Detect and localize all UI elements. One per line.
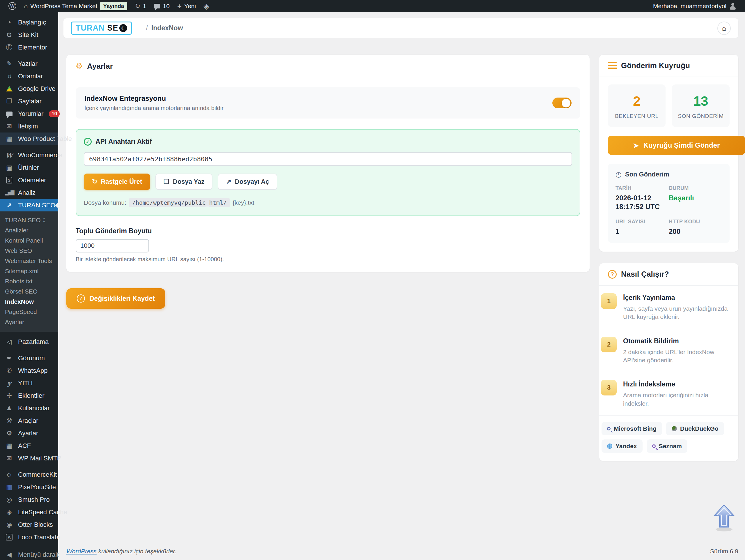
sidebar-item-pazarlama[interactable]: ◁Pazarlama — [0, 336, 58, 348]
account-menu[interactable]: Merhaba, muammerdortyol — [649, 0, 740, 12]
sidebar-item-loco-translate[interactable]: ALoco Translate — [0, 531, 58, 543]
avatar — [729, 2, 737, 10]
comments-menu[interactable]: 10 — [150, 0, 173, 12]
smush-icon: ◎ — [5, 497, 13, 503]
api-key-input[interactable] — [84, 152, 572, 166]
tools-icon: ⚒ — [5, 417, 13, 424]
updates-menu[interactable]: ↻ 1 — [131, 0, 150, 12]
home-button[interactable]: ⌂ — [717, 22, 731, 35]
submenu-turan-seo[interactable]: TURAN SEO ☾ — [0, 215, 58, 225]
turan-seo-logo[interactable]: TURAN SE ☾ — [71, 22, 132, 35]
greeting-text: Merhaba, muammerdortyol — [653, 3, 726, 10]
mail-smtp-icon: ✉ — [5, 455, 13, 462]
submenu-webmaster-tools[interactable]: Webmaster Tools — [0, 256, 58, 266]
comments-icon — [154, 4, 160, 8]
queue-list-icon — [608, 62, 617, 70]
site-menu[interactable]: ⌂ WordPress Tema Market Yayında — [20, 0, 131, 12]
sidebar-item-acf[interactable]: ▦ACF — [0, 439, 58, 452]
sidebar-item-yazilar[interactable]: ✎Yazılar — [0, 57, 58, 70]
sidebar-item-gorunum[interactable]: ✒Görünüm — [0, 352, 58, 364]
scroll-top-arrow[interactable] — [712, 504, 736, 534]
litespeed-menu[interactable]: ◈ — [200, 0, 213, 12]
sidebar-item-araclar[interactable]: ⚒Araçlar — [0, 414, 58, 427]
sidebar-item-ayarlar[interactable]: ⚙Ayarlar — [0, 427, 58, 439]
sidebar-item-eklentiler[interactable]: ✢Eklentiler — [0, 390, 58, 402]
sidebar-item-ortamlar[interactable]: ♫Ortamlar — [0, 70, 58, 83]
wordpress-link[interactable]: WordPress — [66, 548, 97, 555]
sidebar-item-litespeed-cache[interactable]: ◈LiteSpeed Cache — [0, 506, 58, 518]
last-send-status-field: DURUM Başarılı — [669, 185, 722, 211]
sitekit-icon: G — [5, 32, 13, 38]
comments-bubble-icon — [5, 112, 13, 116]
sidebar-item-woo-product-table[interactable]: ▦Woo Product Table — [0, 132, 58, 145]
collapse-icon: ◀ — [5, 552, 13, 558]
products-icon: ▣ — [5, 164, 13, 171]
submenu-robots[interactable]: Robots.txt — [0, 276, 58, 286]
sidebar-item-otter-blocks[interactable]: ◉Otter Blocks — [0, 518, 58, 531]
file-location-label: Dosya konumu: — [84, 199, 126, 206]
file-location-row: Dosya konumu: /home/wptemyvq/public_html… — [84, 198, 572, 207]
last-send-http-code: 200 — [669, 227, 722, 236]
up-arrow-icon — [712, 504, 736, 533]
cube-icon: ◇ — [5, 471, 13, 478]
sidebar-item-iletisim[interactable]: ✉İletişim — [0, 120, 58, 132]
last-send-box: ◷ Son Gönderim TARİH 2026-01-12 18:17:52… — [608, 164, 730, 243]
refresh-icon: ↻ — [92, 179, 97, 185]
plugin-icon: ✢ — [5, 393, 13, 399]
submenu-indexnow[interactable]: IndexNow — [0, 297, 58, 307]
submenu-pagespeed[interactable]: PageSpeed — [0, 307, 58, 317]
submenu-kontrol-paneli[interactable]: Kontrol Paneli — [0, 235, 58, 246]
posts-icon: ✎ — [5, 61, 13, 67]
sidebar-item-turan-seo[interactable]: ↗TURAN SEO ☾ — [0, 199, 58, 211]
sidebar-item-yith[interactable]: yYITH — [0, 377, 58, 390]
submenu-sitemap[interactable]: Sitemap.xml — [0, 266, 58, 276]
submenu-gorsel-seo[interactable]: Görsel SEO — [0, 286, 58, 297]
queue-column: Gönderim Kuyruğu 2 BEKLEYEN URL 13 SON G… — [599, 55, 738, 461]
sidebar-item-wp-mail-smtp[interactable]: ✉WP Mail SMTP — [0, 452, 58, 465]
sidebar-item-commercekit[interactable]: ◇CommerceKit — [0, 468, 58, 481]
update-icon: ↻ — [135, 3, 140, 9]
step-2: 2 Otomatik Bildirim 2 dakika içinde URL'… — [599, 329, 738, 372]
logo-crescent-icon: ☾ — [119, 24, 127, 32]
last-send-status: Başarılı — [669, 194, 722, 203]
submenu-analizler[interactable]: Analizler — [0, 225, 58, 235]
sidebar-item-analiz[interactable]: ▂▅▇Analiz — [0, 186, 58, 199]
settings-card: ⚙ Ayarlar IndexNow Entegrasyonu İçerik y… — [66, 55, 590, 272]
sidebar-item-odemeler[interactable]: $Ödemeler — [0, 174, 58, 186]
new-content-menu[interactable]: + Yeni — [173, 0, 200, 12]
pixel-grid-icon: ▦ — [5, 484, 13, 490]
sidebar-item-google-drive[interactable]: Google Drive — [0, 83, 58, 95]
collapse-menu-button[interactable]: ◀Menüyü daralt — [0, 548, 58, 560]
yith-icon: y — [5, 380, 13, 386]
file-suffix: {key}.txt — [232, 199, 254, 206]
sidebar-item-pixelyoursite[interactable]: ▦PixelYourSite — [0, 481, 58, 493]
sidebar-item-urunler[interactable]: ▣Ürünler — [0, 161, 58, 174]
send-queue-button[interactable]: ➤ Kuyruğu Şimdi Gönder — [608, 136, 745, 155]
submenu-web-seo[interactable]: Web SEO — [0, 246, 58, 256]
sidebar-item-woocommerce[interactable]: WWooCommerce — [0, 149, 58, 161]
acf-icon: ▦ — [5, 443, 13, 449]
sidebar-item-smush-pro[interactable]: ◎Smush Pro — [0, 493, 58, 506]
sidebar-item-whatsapp[interactable]: ✆WhatsApp — [0, 364, 58, 377]
submenu-ayarlar[interactable]: Ayarlar — [0, 317, 58, 327]
engine-bing: Microsoft Bing — [602, 422, 662, 435]
sidebar-item-baslangic[interactable]: ◔Başlangıç — [0, 16, 58, 29]
admin-bar: W ⌂ WordPress Tema Market Yayında ↻ 1 10… — [0, 0, 745, 12]
save-changes-button[interactable]: ✓ Değişiklikleri Kaydet — [66, 288, 165, 309]
write-file-button[interactable]: ❏ Dosya Yaz — [155, 174, 213, 190]
sidebar-item-kullanicilar[interactable]: ♟Kullanıcılar — [0, 402, 58, 414]
open-file-button[interactable]: ↗ Dosyayı Aç — [218, 174, 277, 190]
integration-row: IndexNow Entegrasyonu İçerik yayınlandığ… — [76, 87, 580, 119]
generate-key-button[interactable]: ↻ Rastgele Üret — [84, 174, 150, 190]
indexnow-toggle[interactable] — [552, 98, 572, 108]
sidebar-item-elementor[interactable]: ⒺElementor — [0, 41, 58, 54]
wp-logo-menu[interactable]: W — [5, 0, 20, 12]
sidebar-item-yorumlar[interactable]: Yorumlar10 — [0, 107, 58, 120]
sidebar-item-sayfalar[interactable]: ❐Sayfalar — [0, 95, 58, 107]
batch-size-input[interactable] — [76, 239, 149, 252]
sidebar-item-site-kit[interactable]: GSite Kit — [0, 29, 58, 41]
how-title: Nasıl Çalışır? — [621, 270, 669, 279]
step-3: 3 Hızlı İndeksleme Arama motorları içeri… — [599, 372, 738, 415]
site-name: WordPress Tema Market — [30, 3, 97, 10]
queue-title: Gönderim Kuyruğu — [621, 61, 690, 70]
